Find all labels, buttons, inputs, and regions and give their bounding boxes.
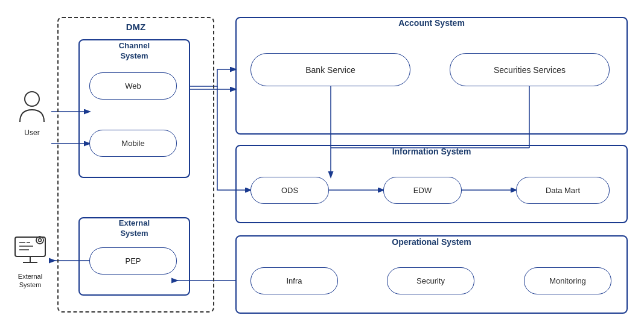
pep-label: PEP bbox=[125, 256, 141, 265]
securities-services-label: Securities Services bbox=[494, 65, 566, 75]
svg-line-25 bbox=[37, 237, 38, 238]
web-label: Web bbox=[125, 81, 141, 90]
securities-services-box: Securities Services bbox=[450, 53, 610, 86]
svg-rect-12 bbox=[15, 237, 45, 256]
data-mart-label: Data Mart bbox=[546, 186, 580, 195]
security-box: Security bbox=[387, 267, 474, 294]
edw-box: EDW bbox=[383, 177, 462, 204]
pep-box: PEP bbox=[89, 247, 177, 275]
svg-line-27 bbox=[42, 237, 43, 238]
external-system-dmz-title: ExternalSystem bbox=[78, 218, 190, 239]
svg-line-28 bbox=[37, 243, 38, 244]
ods-box: ODS bbox=[250, 177, 329, 204]
user-icon: User bbox=[11, 90, 53, 137]
bank-service-label: Bank Service bbox=[305, 65, 355, 75]
architecture-diagram: User ExternalSystem bbox=[0, 0, 644, 327]
security-label: Security bbox=[416, 276, 445, 285]
svg-point-20 bbox=[39, 239, 42, 242]
information-system-title: Information System bbox=[235, 147, 628, 156]
user-label: User bbox=[11, 129, 53, 137]
monitoring-box: Monitoring bbox=[524, 267, 611, 294]
svg-point-11 bbox=[25, 92, 39, 106]
mobile-box: Mobile bbox=[89, 130, 177, 157]
infra-box: Infra bbox=[250, 267, 338, 294]
data-mart-box: Data Mart bbox=[516, 177, 610, 204]
operational-system-title: Operational System bbox=[235, 237, 628, 247]
account-system-title: Account System bbox=[235, 18, 628, 28]
external-system-icon: ExternalSystem bbox=[6, 234, 54, 290]
svg-line-26 bbox=[42, 243, 43, 244]
channel-system-title: ChannelSystem bbox=[78, 41, 190, 62]
dmz-title: DMZ bbox=[57, 17, 214, 32]
web-box: Web bbox=[89, 72, 177, 100]
edw-label: EDW bbox=[413, 186, 432, 195]
ods-label: ODS bbox=[281, 186, 298, 195]
infra-label: Infra bbox=[286, 276, 302, 285]
external-system-label: ExternalSystem bbox=[6, 272, 54, 290]
monitoring-label: Monitoring bbox=[549, 276, 586, 285]
bank-service-box: Bank Service bbox=[250, 53, 410, 86]
mobile-label: Mobile bbox=[121, 139, 144, 148]
